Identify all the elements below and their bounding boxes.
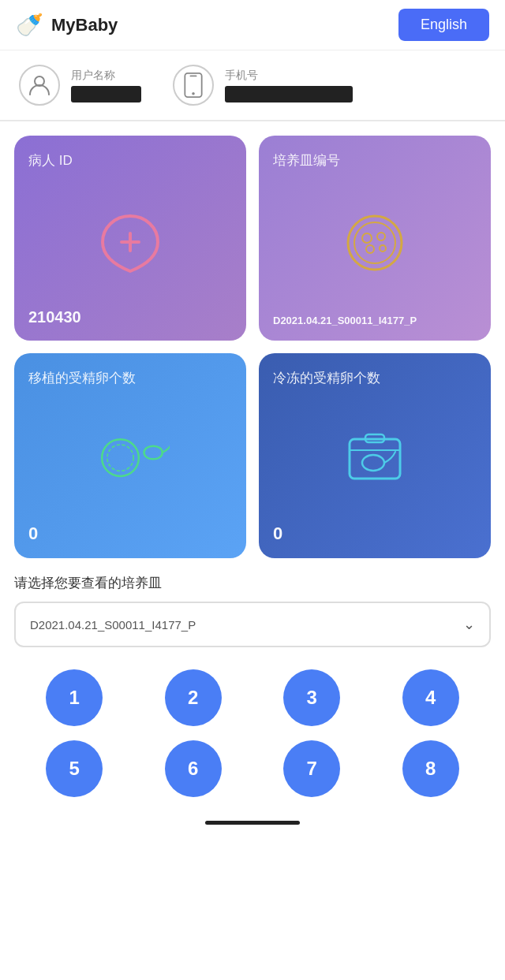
- svg-point-7: [354, 222, 395, 263]
- svg-point-14: [144, 445, 163, 459]
- divider: [0, 120, 505, 121]
- circle-button-5[interactable]: 5: [46, 740, 103, 797]
- user-bar: 用户名称 ██████ 手机号 ███████████: [0, 50, 505, 120]
- svg-point-10: [366, 245, 374, 253]
- svg-point-13: [107, 445, 133, 471]
- phone-value: ███████████: [225, 86, 353, 102]
- patient-id-icon-area: [28, 177, 232, 302]
- circle-button-3[interactable]: 3: [283, 669, 340, 726]
- transplant-count-card[interactable]: 移植的受精卵个数 0: [14, 353, 246, 558]
- phone-item: 手机号 ███████████: [173, 65, 353, 106]
- dish-number-card[interactable]: 培养皿编号 D2021.04.21_S00011_I4177_P: [259, 136, 491, 341]
- svg-point-6: [348, 216, 402, 270]
- frozen-icon-area: [273, 395, 477, 517]
- svg-point-3: [192, 92, 195, 95]
- svg-point-8: [362, 233, 372, 243]
- transplant-count-value: 0: [28, 524, 232, 544]
- circle-button-2[interactable]: 2: [165, 669, 222, 726]
- logo-area: 🍼 MyBaby: [16, 12, 118, 38]
- dropdown-selected-value: D2021.04.21_S00011_I4177_P: [30, 618, 196, 632]
- circle-button-8[interactable]: 8: [402, 740, 459, 797]
- svg-point-16: [362, 455, 384, 471]
- circles-grid: 12345678: [0, 669, 505, 813]
- circle-button-6[interactable]: 6: [165, 740, 222, 797]
- username-info: 用户名称 ██████: [71, 69, 141, 102]
- username-item: 用户名称 ██████: [19, 65, 141, 106]
- circle-button-1[interactable]: 1: [46, 669, 103, 726]
- transplant-icon-area: [28, 395, 232, 517]
- language-button[interactable]: English: [398, 9, 489, 41]
- patient-id-title: 病人 ID: [28, 151, 232, 170]
- cards-grid: 病人 ID 210430 培养皿编号 D2021.04.21_S00011_I4…: [0, 136, 505, 558]
- username-label: 用户名称: [71, 69, 141, 83]
- circle-button-4[interactable]: 4: [402, 669, 459, 726]
- circle-button-7[interactable]: 7: [283, 740, 340, 797]
- home-indicator: [205, 821, 300, 825]
- username-value: ██████: [71, 86, 141, 102]
- frozen-count-value: 0: [273, 524, 477, 544]
- svg-rect-15: [350, 439, 400, 479]
- dish-number-title: 培养皿编号: [273, 151, 477, 170]
- user-avatar-icon: [19, 65, 60, 106]
- dish-dropdown[interactable]: D2021.04.21_S00011_I4177_P ⌄: [14, 602, 491, 647]
- dropdown-wrap: D2021.04.21_S00011_I4177_P ⌄: [14, 602, 491, 647]
- svg-point-11: [380, 245, 386, 252]
- app-header: 🍼 MyBaby English: [0, 0, 505, 50]
- dish-number-value: D2021.04.21_S00011_I4177_P: [273, 315, 477, 326]
- chevron-down-icon: ⌄: [463, 616, 475, 633]
- phone-info: 手机号 ███████████: [225, 69, 353, 102]
- phone-icon: [173, 65, 214, 106]
- dish-number-icon-area: [273, 177, 477, 308]
- app-title: MyBaby: [51, 15, 118, 35]
- phone-label: 手机号: [225, 69, 353, 83]
- frozen-count-card[interactable]: 冷冻的受精卵个数 0: [259, 353, 491, 558]
- frozen-count-title: 冷冻的受精卵个数: [273, 369, 477, 387]
- patient-id-value: 210430: [28, 308, 232, 326]
- logo-icon: 🍼: [16, 12, 43, 38]
- select-dish-label: 请选择您要查看的培养皿: [0, 574, 505, 602]
- transplant-count-title: 移植的受精卵个数: [28, 369, 232, 387]
- patient-id-card[interactable]: 病人 ID 210430: [14, 136, 246, 341]
- svg-point-9: [377, 233, 385, 240]
